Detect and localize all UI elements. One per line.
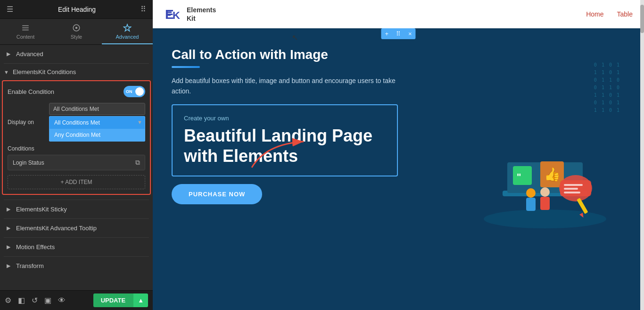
landing-title: Beautiful Landing Page with Elements bbox=[184, 126, 386, 166]
binary-decoration: 0 1 0 11 1 0 10 1 1 00 1 1 01 1 0 10 1 0… bbox=[594, 61, 620, 114]
canvas-nav: E K Elements Kit Home Table bbox=[153, 0, 644, 28]
svg-text:👍: 👍 bbox=[544, 167, 561, 182]
section-advanced[interactable]: ▶ Advanced bbox=[0, 45, 153, 63]
scrollbar-thumb[interactable] bbox=[640, 5, 644, 33]
login-status-row: Login Status ⧉ bbox=[8, 155, 145, 170]
element-add-icon[interactable]: + bbox=[381, 28, 392, 39]
svg-point-19 bbox=[526, 188, 536, 198]
collapse-arrow-icon: ▼ bbox=[4, 69, 9, 75]
svg-rect-20 bbox=[526, 198, 536, 211]
update-dropdown-button[interactable]: ▲ bbox=[133, 293, 148, 307]
layers-icon[interactable]: ◧ bbox=[18, 296, 25, 305]
element-close-icon[interactable]: × bbox=[405, 28, 416, 39]
svg-point-1 bbox=[75, 27, 78, 29]
display-on-dropdown[interactable]: All Conditions Met Any Condition Met bbox=[49, 103, 145, 115]
eye-icon[interactable]: 👁 bbox=[58, 296, 66, 305]
display-on-dropdown-wrapper: All Conditions Met Any Condition Met ▼ A… bbox=[49, 103, 145, 142]
history-icon[interactable]: ↺ bbox=[32, 296, 38, 305]
arrow-icon: ▶ bbox=[7, 51, 10, 57]
svg-rect-17 bbox=[564, 188, 578, 190]
panel-body: ▶ Advanced ▼ ElementsKit Conditions Enab… bbox=[0, 45, 153, 290]
logo-text: Elements Kit bbox=[187, 6, 216, 23]
logo: E K Elements Kit bbox=[164, 4, 216, 25]
cursor: ↖ bbox=[292, 33, 298, 42]
bottom-toolbar: ⚙ ◧ ↺ ▣ 👁 UPDATE ▲ bbox=[0, 290, 153, 310]
option-any-condition[interactable]: Any Condition Met bbox=[50, 129, 145, 141]
option-all-conditions[interactable]: All Conditions Met bbox=[50, 117, 145, 129]
conditions-box: Enable Condition ON Display on All Condi… bbox=[2, 80, 151, 195]
tab-bar: Content Style Advanced bbox=[0, 19, 153, 45]
svg-point-21 bbox=[540, 187, 550, 197]
arrow-tooltip-icon: ▶ bbox=[7, 225, 10, 231]
scrollbar[interactable] bbox=[640, 0, 644, 310]
copy-icon[interactable]: ⧉ bbox=[135, 159, 140, 167]
section-motion-effects[interactable]: ▶ Motion Effects bbox=[0, 238, 153, 256]
arrow-motion-icon: ▶ bbox=[7, 244, 10, 250]
canvas-content: Call to Action with Image Add beautiful … bbox=[153, 28, 644, 310]
grid-icon[interactable]: ⠿ bbox=[140, 5, 146, 14]
right-canvas: E K Elements Kit Home Table + ⠿ × Call t… bbox=[153, 0, 644, 310]
tab-advanced[interactable]: Advanced bbox=[102, 19, 153, 44]
left-panel: ☰ Edit Heading ⠿ Content Style Advanced … bbox=[0, 0, 153, 310]
svg-text:": " bbox=[517, 172, 521, 182]
logo-icon: E K bbox=[164, 4, 185, 25]
landing-subtitle: Create your own bbox=[184, 115, 386, 122]
svg-rect-16 bbox=[564, 184, 583, 186]
canvas-underline bbox=[172, 66, 200, 68]
section-elementskit-tooltip[interactable]: ▶ ElementsKit Advanced Tooltip bbox=[0, 219, 153, 237]
hamburger-icon[interactable]: ☰ bbox=[7, 5, 13, 14]
illustration: " 👍 bbox=[474, 110, 616, 233]
header-right-icons: ⠿ bbox=[140, 5, 146, 14]
landing-box: Create your own Beautiful Landing Page w… bbox=[172, 104, 398, 176]
canvas-left: Call to Action with Image Add beautiful … bbox=[172, 47, 455, 296]
canvas-right: 0 1 0 11 1 0 10 1 1 00 1 1 01 1 0 10 1 0… bbox=[465, 47, 625, 296]
svg-text:K: K bbox=[173, 9, 180, 21]
element-toolbar: + ⠿ × bbox=[381, 28, 415, 39]
display-on-popup: All Conditions Met Any Condition Met bbox=[49, 116, 145, 142]
enable-condition-row: Enable Condition ON bbox=[8, 86, 145, 97]
enable-condition-toggle[interactable]: ON bbox=[124, 86, 145, 97]
update-button[interactable]: UPDATE bbox=[93, 293, 133, 307]
responsive-icon[interactable]: ▣ bbox=[44, 296, 51, 305]
update-group: UPDATE ▲ bbox=[93, 293, 148, 307]
svg-rect-18 bbox=[564, 192, 580, 193]
element-move-icon[interactable]: ⠿ bbox=[392, 28, 405, 39]
canvas-heading: Call to Action with Image bbox=[172, 47, 455, 62]
canvas-description: Add beautiful boxes with title, image an… bbox=[172, 75, 407, 97]
panel-title: Edit Heading bbox=[58, 6, 96, 13]
tab-style[interactable]: Style bbox=[51, 19, 102, 44]
section-elementskit-conditions[interactable]: ▼ ElementsKit Conditions bbox=[0, 64, 153, 80]
conditions-label: Conditions bbox=[8, 145, 145, 152]
section-transform[interactable]: ▶ Transform bbox=[0, 257, 153, 275]
section-elementskit-sticky[interactable]: ▶ ElementsKit Sticky bbox=[0, 200, 153, 218]
purchase-button[interactable]: PURCHASE NOW bbox=[172, 184, 262, 204]
arrow-transform-icon: ▶ bbox=[7, 263, 10, 269]
arrow-sticky-icon: ▶ bbox=[7, 206, 10, 212]
nav-links: Home Table bbox=[586, 10, 633, 18]
toolbar-icons: ⚙ ◧ ↺ ▣ 👁 bbox=[5, 296, 66, 305]
nav-home-link[interactable]: Home bbox=[586, 10, 603, 18]
svg-rect-10 bbox=[513, 166, 532, 185]
settings-icon[interactable]: ⚙ bbox=[5, 296, 11, 305]
svg-rect-22 bbox=[540, 197, 550, 210]
display-on-row: Display on All Conditions Met Any Condit… bbox=[8, 103, 145, 142]
panel-header: ☰ Edit Heading ⠿ bbox=[0, 0, 153, 19]
tab-content[interactable]: Content bbox=[0, 19, 51, 44]
header-left-icons: ☰ bbox=[7, 5, 13, 14]
nav-table-link[interactable]: Table bbox=[617, 10, 633, 18]
add-item-button[interactable]: + ADD ITEM bbox=[8, 175, 145, 189]
svg-point-7 bbox=[484, 209, 606, 228]
